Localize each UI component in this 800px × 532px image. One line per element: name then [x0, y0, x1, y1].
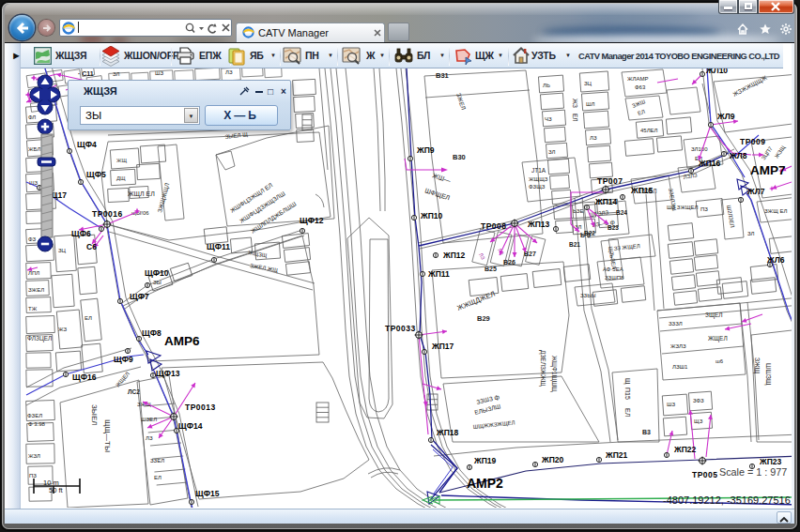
svg-text:ДЗЕЛЗЖЖЩ: ДЗЕЛЗЖЖЩ: [539, 350, 546, 387]
svg-text:ЩФ16: ЩФ16: [72, 372, 97, 382]
svg-text:ЗЗЕЛ: ЗЗЕЛ: [150, 458, 164, 464]
svg-text:C6: C6: [86, 242, 97, 251]
svg-text:ЖП16: ЖП16: [698, 159, 721, 168]
svg-text:ЖП23: ЖП23: [759, 457, 782, 466]
svg-text:ЩЩ—ТЫ: ЩЩ—ТЫ: [103, 419, 112, 452]
svg-text:ЗЛ: ЗЛ: [113, 71, 120, 77]
svg-text:ЩФ12: ЩФ12: [300, 216, 324, 225]
svg-text:ЖЛ9: ЖЛ9: [716, 112, 735, 121]
svg-text:ЖЩФ1ЩШЩ: ЖЩФ1ЩШЩ: [550, 356, 558, 392]
svg-text:ЧЗ: ЧЗ: [545, 116, 552, 122]
svg-text:ЛС2: ЛС2: [128, 388, 140, 395]
svg-text:ЖП20: ЖП20: [541, 455, 564, 464]
svg-text:ДЩ: ДЩ: [116, 175, 126, 181]
svg-text:ЗФЗ: ЗФЗ: [693, 398, 704, 403]
svg-text:ЖП17: ЖП17: [431, 342, 454, 351]
svg-text:ЩФ4: ЩФ4: [77, 140, 97, 149]
svg-text:ЗЖЩ ЕЛ: ЗЖЩ ЕЛ: [764, 208, 787, 214]
svg-text:ЬЗЕ: ЬЗЕ: [573, 208, 584, 214]
svg-text:ЗЛ100: ЗЛ100: [691, 146, 708, 152]
svg-text:ЖП12: ЖП12: [442, 251, 466, 260]
svg-text:ЩФ13: ЩФ13: [156, 369, 180, 378]
svg-text:ЕЛ: ЕЛ: [154, 475, 162, 480]
svg-text:ЖЗ: ЖЗ: [572, 99, 578, 108]
svg-text:-4807.19212, -35169.27516: -4807.19212, -35169.27516: [663, 494, 791, 506]
svg-text:ЖЩЕЛ: ЖЩЕЛ: [708, 335, 728, 342]
svg-text:Щ: Щ: [623, 378, 631, 385]
svg-text:ЩФ14: ЩФ14: [178, 421, 203, 431]
svg-text:Ф 3.98: Ф 3.98: [28, 421, 46, 427]
svg-text:ЕЛ: ЕЛ: [572, 114, 578, 122]
svg-text:ШЗ: ШЗ: [667, 402, 675, 407]
svg-text:ЖЛ10: ЖЛ10: [705, 68, 728, 75]
svg-text:П15: П15: [624, 388, 631, 400]
svg-text:ПЗ: ПЗ: [29, 473, 37, 479]
svg-text:Ф63: Ф63: [635, 84, 646, 90]
svg-text:ЖП22: ЖП22: [673, 445, 697, 454]
svg-text:ФЗ: ФЗ: [28, 236, 37, 242]
svg-text:TP0016: TP0016: [92, 209, 123, 219]
svg-text:ЖЩЩЗ: ЖЩЩЗ: [529, 176, 548, 182]
svg-text:B31: B31: [436, 71, 449, 80]
svg-text:ШЛ: ШЛ: [586, 101, 594, 107]
svg-text:ЩФ10: ЩФ10: [145, 268, 169, 278]
svg-text:ЩФ6: ЩФ6: [71, 229, 91, 238]
svg-text:B23: B23: [608, 224, 619, 231]
svg-text:ЖЛ7: ЖЛ7: [746, 187, 765, 196]
svg-text:B29: B29: [477, 314, 490, 323]
svg-text:B21: B21: [569, 241, 580, 248]
svg-text:ЛЗШ1: ЛЗШ1: [672, 364, 688, 370]
svg-text:ЗЩЕЛ: ЗЩЕЛ: [705, 312, 723, 319]
svg-text:ЖП19: ЖП19: [473, 456, 497, 465]
svg-text:TP008: TP008: [481, 221, 507, 231]
svg-text:ЗЦ: ЗЦ: [584, 81, 592, 86]
svg-text:ПЗ: ПЗ: [700, 206, 708, 212]
svg-text:ЖП18: ЖП18: [436, 428, 459, 437]
svg-text:TP005: TP005: [692, 470, 718, 479]
svg-text:TP0033: TP0033: [385, 324, 416, 333]
svg-text:ЖП11: ЖП11: [427, 269, 450, 279]
svg-text:B26: B26: [503, 259, 515, 266]
svg-text:ЖЩ: ЖЩ: [116, 158, 128, 163]
svg-text:AMP6: AMP6: [164, 334, 200, 348]
svg-text:ЗЦ: ЗЦ: [58, 248, 67, 253]
svg-text:ЖП15: ЖП15: [630, 186, 654, 195]
svg-text:TP0013: TP0013: [185, 403, 216, 412]
svg-text:ФЛЗЦЕЛ: ФЛЗЦЕЛ: [27, 335, 52, 342]
svg-text:ЩФ11: ЩФ11: [207, 242, 230, 251]
svg-text:B22: B22: [584, 230, 595, 236]
svg-text:TP009: TP009: [740, 137, 766, 146]
svg-text:ЩФ9: ЩФ9: [114, 355, 133, 364]
svg-text:TP007: TP007: [597, 176, 623, 186]
svg-text:ЖЗ: ЖЗ: [58, 327, 67, 332]
svg-text:45ЛЕЛ: 45ЛЕЛ: [640, 128, 658, 133]
svg-text:ЩЗ: ЩЗ: [694, 418, 703, 424]
svg-text:ЖП9: ЖП9: [416, 145, 435, 155]
svg-text:AMP2: AMP2: [467, 476, 503, 491]
svg-text:ЩФ8: ЩФ8: [142, 328, 162, 338]
svg-text:ЖЛ6: ЖЛ6: [766, 255, 785, 265]
svg-text:ШЗ: ШЗ: [155, 70, 163, 76]
svg-text:· C11: · C11: [78, 70, 94, 77]
svg-text:ЗЫЕЛ: ЗЫЕЛ: [90, 404, 99, 426]
svg-text:ЗЖЩ: ЗЖЩ: [753, 357, 761, 374]
svg-text:ЗЫ: ЗЫ: [153, 280, 162, 285]
svg-text:ЖП10: ЖП10: [420, 211, 443, 220]
svg-text:ШШЗЩ: ШШЗЩ: [764, 363, 772, 386]
svg-text:ШЗЕЛ: ШЗЕЛ: [141, 417, 157, 422]
svg-text:ш6: ш6: [715, 358, 724, 364]
svg-text:ЖБЛ: ЖБЛ: [28, 146, 40, 152]
svg-text:ЖЩЛ ЕЛ: ЖЩЛ ЕЛ: [128, 190, 155, 198]
svg-text:ЖЛ8: ЖЛ8: [729, 151, 747, 160]
svg-text:ЕЛ: ЕЛ: [624, 408, 631, 418]
svg-text:AMP7: AMP7: [750, 163, 786, 177]
svg-text:ЗЛ: ЗЛ: [548, 149, 556, 155]
svg-text:B30: B30: [453, 153, 466, 161]
svg-text:ЖЗЛЗ: ЖЗЛЗ: [670, 343, 686, 349]
svg-text:ТЖ: ТЖ: [28, 306, 38, 312]
svg-text:ЖП14: ЖП14: [594, 197, 618, 206]
svg-text:ЛЗ: ЛЗ: [590, 135, 597, 141]
svg-text:ЗЗЗЛ: ЗЗЗЛ: [669, 321, 683, 327]
svg-text:ЖЗЛ: ЖЗЛ: [28, 453, 40, 459]
svg-text:ЛПЛ: ЛПЛ: [28, 270, 39, 276]
